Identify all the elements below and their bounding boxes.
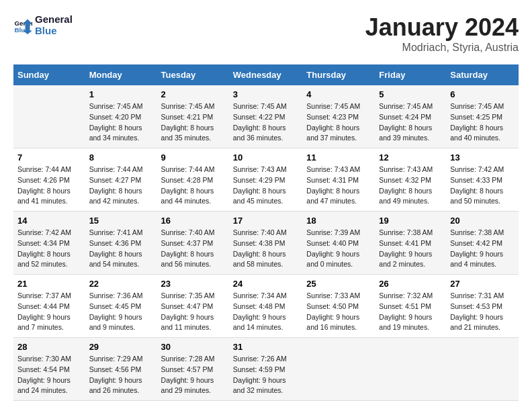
calendar-cell: 3Sunrise: 7:45 AMSunset: 4:22 PMDaylight… [229,85,303,148]
calendar-cell: 29Sunrise: 7:29 AMSunset: 4:56 PMDayligh… [85,338,157,401]
day-number: 5 [379,89,442,99]
calendar-cell: 8Sunrise: 7:44 AMSunset: 4:27 PMDaylight… [85,148,157,212]
calendar-cell: 15Sunrise: 7:41 AMSunset: 4:36 PMDayligh… [85,212,157,275]
day-number: 29 [89,342,153,352]
calendar-cell [375,338,446,401]
logo: General Blue General Blue [13,13,73,36]
day-info: Sunrise: 7:40 AMSunset: 4:38 PMDaylight:… [233,228,299,270]
calendar-cell: 17Sunrise: 7:40 AMSunset: 4:38 PMDayligh… [229,212,303,275]
weekday-header-friday: Friday [375,64,446,85]
day-number: 12 [379,152,442,163]
day-info: Sunrise: 7:41 AMSunset: 4:36 PMDaylight:… [89,228,153,270]
header: General Blue General Blue January 2024 M… [13,13,519,54]
day-info: Sunrise: 7:43 AMSunset: 4:29 PMDaylight:… [233,165,299,207]
logo-icon: General Blue [13,15,32,34]
day-number: 15 [89,216,153,226]
calendar-week-row: 21Sunrise: 7:37 AMSunset: 4:44 PMDayligh… [13,275,519,338]
weekday-header-sunday: Sunday [13,64,85,85]
day-number: 16 [161,216,225,226]
weekday-header-tuesday: Tuesday [157,64,229,85]
day-info: Sunrise: 7:30 AMSunset: 4:54 PMDaylight:… [17,354,81,396]
calendar-cell: 10Sunrise: 7:43 AMSunset: 4:29 PMDayligh… [229,148,303,212]
day-info: Sunrise: 7:38 AMSunset: 4:41 PMDaylight:… [379,228,442,270]
calendar-cell: 31Sunrise: 7:26 AMSunset: 4:59 PMDayligh… [229,338,303,401]
day-number: 24 [233,279,299,289]
day-number: 1 [89,89,153,99]
logo-blue: Blue [35,25,73,36]
month-title: January 2024 [365,13,519,42]
day-info: Sunrise: 7:45 AMSunset: 4:21 PMDaylight:… [161,101,225,144]
day-number: 11 [306,152,371,163]
day-number: 14 [17,216,81,226]
day-info: Sunrise: 7:31 AMSunset: 4:53 PMDaylight:… [450,291,515,333]
day-info: Sunrise: 7:40 AMSunset: 4:37 PMDaylight:… [161,228,225,270]
day-number: 2 [161,89,225,99]
day-number: 21 [17,279,81,289]
day-number: 7 [17,152,81,163]
day-info: Sunrise: 7:28 AMSunset: 4:57 PMDaylight:… [161,354,225,396]
weekday-header-saturday: Saturday [446,64,519,85]
calendar-cell: 14Sunrise: 7:42 AMSunset: 4:34 PMDayligh… [13,212,85,275]
calendar-cell: 6Sunrise: 7:45 AMSunset: 4:25 PMDaylight… [446,85,519,148]
weekday-header-thursday: Thursday [302,64,375,85]
weekday-header-row: SundayMondayTuesdayWednesdayThursdayFrid… [13,64,519,85]
title-area: January 2024 Modriach, Styria, Austria [365,13,519,54]
calendar-cell: 28Sunrise: 7:30 AMSunset: 4:54 PMDayligh… [13,338,85,401]
calendar-cell: 22Sunrise: 7:36 AMSunset: 4:45 PMDayligh… [85,275,157,338]
day-info: Sunrise: 7:44 AMSunset: 4:28 PMDaylight:… [161,165,225,207]
calendar-cell: 9Sunrise: 7:44 AMSunset: 4:28 PMDaylight… [157,148,229,212]
calendar-week-row: 1Sunrise: 7:45 AMSunset: 4:20 PMDaylight… [13,85,519,148]
day-number: 27 [450,279,515,289]
location-title: Modriach, Styria, Austria [365,42,519,54]
calendar-cell: 25Sunrise: 7:33 AMSunset: 4:50 PMDayligh… [302,275,375,338]
day-info: Sunrise: 7:37 AMSunset: 4:44 PMDaylight:… [17,291,81,333]
day-info: Sunrise: 7:44 AMSunset: 4:27 PMDaylight:… [89,165,153,207]
day-info: Sunrise: 7:42 AMSunset: 4:33 PMDaylight:… [450,165,515,207]
day-info: Sunrise: 7:45 AMSunset: 4:23 PMDaylight:… [306,101,371,144]
calendar-cell: 16Sunrise: 7:40 AMSunset: 4:37 PMDayligh… [157,212,229,275]
calendar-cell: 27Sunrise: 7:31 AMSunset: 4:53 PMDayligh… [446,275,519,338]
day-number: 26 [379,279,442,289]
day-info: Sunrise: 7:44 AMSunset: 4:26 PMDaylight:… [17,165,81,207]
day-number: 13 [450,152,515,163]
calendar-cell: 1Sunrise: 7:45 AMSunset: 4:20 PMDaylight… [85,85,157,148]
day-number: 31 [233,342,299,352]
day-number: 18 [306,216,371,226]
day-number: 19 [379,216,442,226]
calendar-cell: 21Sunrise: 7:37 AMSunset: 4:44 PMDayligh… [13,275,85,338]
day-info: Sunrise: 7:42 AMSunset: 4:34 PMDaylight:… [17,228,81,270]
weekday-header-wednesday: Wednesday [229,64,303,85]
calendar-cell [302,338,375,401]
day-info: Sunrise: 7:43 AMSunset: 4:31 PMDaylight:… [306,165,371,207]
day-number: 4 [306,89,371,99]
day-info: Sunrise: 7:45 AMSunset: 4:22 PMDaylight:… [233,101,299,144]
day-number: 23 [161,279,225,289]
day-info: Sunrise: 7:45 AMSunset: 4:25 PMDaylight:… [450,101,515,144]
calendar-cell: 4Sunrise: 7:45 AMSunset: 4:23 PMDaylight… [302,85,375,148]
day-number: 9 [161,152,225,163]
day-info: Sunrise: 7:35 AMSunset: 4:47 PMDaylight:… [161,291,225,333]
calendar-cell: 18Sunrise: 7:39 AMSunset: 4:40 PMDayligh… [302,212,375,275]
day-number: 30 [161,342,225,352]
calendar-cell: 13Sunrise: 7:42 AMSunset: 4:33 PMDayligh… [446,148,519,212]
calendar-cell: 5Sunrise: 7:45 AMSunset: 4:24 PMDaylight… [375,85,446,148]
calendar-cell: 11Sunrise: 7:43 AMSunset: 4:31 PMDayligh… [302,148,375,212]
day-number: 6 [450,89,515,99]
day-info: Sunrise: 7:29 AMSunset: 4:56 PMDaylight:… [89,354,153,396]
day-info: Sunrise: 7:32 AMSunset: 4:51 PMDaylight:… [379,291,442,333]
day-info: Sunrise: 7:26 AMSunset: 4:59 PMDaylight:… [233,354,299,396]
calendar-cell: 26Sunrise: 7:32 AMSunset: 4:51 PMDayligh… [375,275,446,338]
day-number: 20 [450,216,515,226]
day-info: Sunrise: 7:33 AMSunset: 4:50 PMDaylight:… [306,291,371,333]
day-number: 3 [233,89,299,99]
calendar-cell: 23Sunrise: 7:35 AMSunset: 4:47 PMDayligh… [157,275,229,338]
calendar-cell [13,85,85,148]
day-info: Sunrise: 7:39 AMSunset: 4:40 PMDaylight:… [306,228,371,270]
calendar-cell: 2Sunrise: 7:45 AMSunset: 4:21 PMDaylight… [157,85,229,148]
day-info: Sunrise: 7:45 AMSunset: 4:20 PMDaylight:… [89,101,153,144]
calendar-week-row: 14Sunrise: 7:42 AMSunset: 4:34 PMDayligh… [13,212,519,275]
calendar-cell: 24Sunrise: 7:34 AMSunset: 4:48 PMDayligh… [229,275,303,338]
weekday-header-monday: Monday [85,64,157,85]
calendar-cell: 12Sunrise: 7:43 AMSunset: 4:32 PMDayligh… [375,148,446,212]
day-info: Sunrise: 7:38 AMSunset: 4:42 PMDaylight:… [450,228,515,270]
